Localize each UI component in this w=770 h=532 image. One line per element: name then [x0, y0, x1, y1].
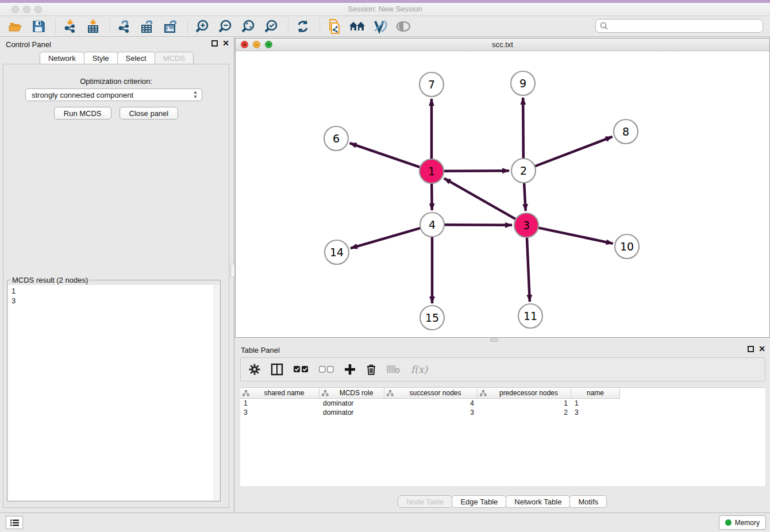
edge-1-6[interactable] [350, 143, 420, 167]
run-mcds-button[interactable]: Run MCDS [54, 107, 111, 119]
cell-successor-nodes[interactable]: 3 [384, 408, 478, 417]
close-panel-button[interactable]: Close panel [120, 107, 179, 119]
open-file-icon[interactable] [7, 18, 24, 34]
tab-network[interactable]: Network [40, 52, 84, 64]
tab-node-table[interactable]: Node Table [398, 495, 453, 508]
column-header-successor-nodes[interactable]: successor nodes [384, 388, 478, 399]
edge-2-9[interactable] [523, 98, 523, 159]
column-header-label: shared name [249, 389, 319, 397]
column-header-MCDS-role[interactable]: MCDS role [319, 388, 384, 399]
save-session-icon[interactable] [30, 18, 47, 34]
tab-motifs[interactable]: Motifs [569, 495, 607, 508]
cell-MCDS-role[interactable]: dominator [319, 408, 384, 417]
edge-4-3[interactable] [444, 225, 512, 225]
cell-MCDS-role[interactable]: dominator [319, 399, 384, 408]
status-bar: Memory [0, 512, 770, 532]
column-header-name[interactable]: name [571, 388, 620, 399]
search-box[interactable] [595, 19, 763, 33]
edge-4-14[interactable] [351, 228, 421, 248]
delete-column-trash-icon[interactable] [366, 364, 376, 375]
cell-predecessor-nodes[interactable]: 2 [478, 408, 571, 417]
horizontal-splitter[interactable] [235, 338, 770, 342]
clear-checkboxes-icon[interactable] [319, 366, 334, 373]
tab-network-table[interactable]: Network Table [506, 495, 570, 508]
control-panel-header: Control Panel ✕ [0, 37, 234, 52]
graph-node-label-11: 11 [523, 310, 537, 322]
window-title: Session: New Session [0, 5, 770, 13]
cell-name[interactable]: 1 [571, 399, 620, 408]
import-network-icon[interactable] [61, 18, 79, 34]
cell-predecessor-nodes[interactable]: 1 [478, 399, 571, 408]
zoom-out-icon[interactable] [217, 18, 234, 34]
export-image-icon[interactable] [162, 18, 179, 34]
refresh-layout-icon[interactable] [294, 18, 311, 34]
import-table-icon[interactable] [84, 18, 102, 34]
show-graphics-eye-icon[interactable] [395, 18, 412, 34]
mcds-result-title: MCDS result (2 nodes) [10, 276, 90, 284]
memory-button[interactable]: Memory [719, 515, 766, 530]
optimization-criterion-select[interactable]: strongly connected component ▲▼ [25, 88, 202, 101]
mcds-tab-content: Optimization criterion: strongly connect… [3, 64, 229, 508]
zoom-fit-icon[interactable] [240, 18, 257, 34]
graph-node-label-6: 6 [333, 132, 340, 145]
select-stepper-icon: ▲▼ [193, 90, 198, 99]
cell-successor-nodes[interactable]: 4 [384, 399, 478, 408]
zoom-in-icon[interactable] [194, 18, 211, 34]
memory-label: Memory [735, 519, 760, 527]
clone-network-icon[interactable] [326, 18, 343, 34]
tab-mcds[interactable]: MCDS [155, 52, 194, 64]
column-header-label: MCDS role [329, 389, 384, 397]
export-table-icon[interactable] [139, 18, 156, 34]
mcds-result-scrollbar[interactable] [214, 285, 220, 500]
cell-shared-name[interactable]: 1 [240, 399, 319, 408]
home-pair-icon[interactable] [349, 18, 366, 34]
toolbar-separator [288, 19, 288, 34]
edge-3-10[interactable] [538, 228, 613, 243]
vizmapper-icon[interactable] [372, 18, 389, 34]
edge-2-8[interactable] [535, 137, 613, 167]
column-header-label: name [571, 389, 619, 397]
edge-3-1[interactable] [444, 178, 516, 219]
table-row-0[interactable]: 1dominator411 [240, 399, 765, 408]
mcds-result-text[interactable]: 1 3 [8, 285, 214, 500]
cell-name[interactable]: 3 [571, 408, 620, 417]
hierarchy-icon [387, 390, 394, 396]
delete-table-icon [387, 365, 401, 374]
hierarchy-icon [480, 390, 487, 396]
tab-edge-table[interactable]: Edge Table [452, 495, 506, 508]
tab-style[interactable]: Style [84, 52, 118, 64]
network-canvas[interactable]: 7968124314101511 [236, 51, 769, 337]
split-view-icon[interactable] [271, 363, 283, 376]
cell-shared-name[interactable]: 3 [240, 408, 319, 417]
column-header-shared-name[interactable]: shared name [240, 388, 319, 399]
table-panel-close-icon[interactable]: ✕ [759, 346, 765, 352]
control-panel-float-icon[interactable] [211, 40, 218, 47]
vertical-splitter-handle[interactable] [230, 264, 235, 277]
graph-node-label-8: 8 [622, 125, 629, 138]
control-panel-close-icon[interactable]: ✕ [222, 40, 229, 47]
network-window: ✕ − + scc.txt 7968124314101511 [235, 38, 770, 338]
table-panel-float-icon[interactable] [748, 346, 754, 352]
export-network-icon[interactable] [116, 18, 133, 34]
task-history-button[interactable] [6, 516, 23, 529]
column-settings-gear-icon[interactable] [249, 364, 260, 375]
zoom-selected-icon[interactable] [263, 18, 280, 34]
mcds-result-group: MCDS result (2 nodes) 1 3 [7, 280, 221, 502]
search-input[interactable] [609, 22, 763, 30]
edge-2-3[interactable] [524, 183, 526, 211]
add-column-plus-icon[interactable] [344, 364, 356, 375]
edge-3-11[interactable] [527, 237, 530, 302]
tab-select[interactable]: Select [117, 52, 155, 64]
node-table: shared nameMCDS rolesuccessor nodesprede… [240, 387, 765, 486]
fx-label: f(x) [411, 364, 428, 375]
node-table-body: 1dominator4113dominator323 [240, 399, 765, 417]
selected-option: strongly connected component [32, 91, 133, 99]
optimization-criterion-label: Optimization criterion: [3, 77, 229, 86]
table-panel-header: Table Panel ✕ [235, 342, 770, 357]
table-row-1[interactable]: 3dominator323 [240, 408, 765, 417]
edge-1-2[interactable] [444, 171, 509, 171]
edge-1-4[interactable] [432, 183, 432, 210]
select-all-checkboxes-icon[interactable] [294, 366, 309, 373]
horizontal-splitter-handle[interactable] [490, 338, 498, 342]
column-header-predecessor-nodes[interactable]: predecessor nodes [478, 388, 571, 399]
